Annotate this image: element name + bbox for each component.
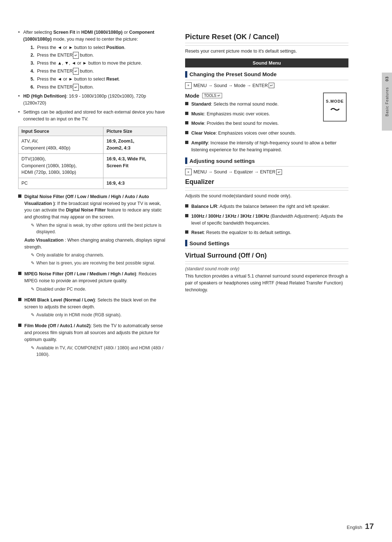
square-bullet-icon (185, 141, 188, 144)
note-weak-signal: ✎ When the signal is weak, try other opt… (31, 222, 167, 235)
changing-preset-section: Changing the Preset Sound Mode ≡ MENU → … (185, 71, 348, 89)
changing-preset-title: Changing the Preset Sound Mode (189, 71, 277, 77)
square-bullet-icon (185, 131, 188, 134)
smode-box: S.MODE 〜 (323, 93, 347, 122)
steps-list: 1. Press the ◄ or ► button to select Pos… (30, 44, 167, 91)
page-footer: English 17 (347, 522, 374, 531)
note-pencil-icon: ✎ (31, 222, 34, 229)
adjusting-sound-title: Adjusting sound settings (189, 158, 255, 164)
step-3: 3. Press the ▲, ▼, ◄ or ► button to move… (30, 60, 167, 67)
blue-bar-icon-3 (185, 240, 187, 246)
page-number: 17 (365, 522, 374, 531)
mode-clearvoice: Clear Voice: Emphasizes voices over othe… (185, 130, 348, 137)
virtual-surround-sub: (standard sound mode only) (185, 266, 348, 271)
menu-path-mode: ≡ MENU → Sound → Mode → ENTER↵ (185, 82, 348, 89)
film-mode-item: Film Mode (Off / Auto1 / Auto2): Sets th… (18, 323, 167, 359)
cell-43: 16:9, 4:3 (103, 178, 167, 189)
english-label: English (347, 525, 362, 530)
virtual-surround-title: Virtual Surround (Off / On) (185, 252, 348, 262)
smode-label: S.MODE (326, 99, 344, 103)
note-pencil-icon-2: ✎ (31, 252, 34, 258)
step-4: 4. Press the ENTER↵ button. (30, 68, 167, 75)
eq-bandwidth: 100Hz / 300Hz / 1KHz / 3KHz / 10KHz (Ban… (185, 213, 348, 227)
mode-section: Mode TOOLS ↵ Standard: Selects the norma… (185, 93, 348, 127)
col-picture-size: Picture Size (103, 127, 167, 136)
note-hdmi-only: ✎ Available only in HDMI mode (RGB signa… (31, 312, 167, 318)
virtual-surround-section: Virtual Surround (Off / On) (standard so… (185, 252, 348, 293)
square-bullet-icon (18, 194, 21, 198)
square-bullet-icon (18, 324, 21, 327)
bullet-settings: Settings can be adjusted and stored for … (18, 109, 167, 123)
blue-bar-icon (185, 71, 187, 78)
note-analog-only: ✎ Only available for analog channels. (31, 252, 167, 258)
equalizer-title: Equalizer (185, 178, 348, 188)
menu-path-equalizer: ≡ MENU → Sound → Equalizer → ENTER↵ (185, 169, 348, 175)
step-2: 2. Press the ENTER↵ button. (30, 52, 167, 59)
smode-wave-icon: 〜 (330, 105, 340, 115)
square-bullet-icon (185, 112, 188, 115)
tools-badge: TOOLS ↵ (202, 93, 222, 98)
bullet-screen-fit: After selecting Screen Fit in HDMI (1080… (18, 29, 167, 91)
mode-standard: Standard: Selects the normal sound mode. (185, 101, 319, 108)
left-intro-list: After selecting Screen Fit in HDMI (1080… (18, 29, 167, 122)
square-bullet-icon (185, 230, 188, 234)
note-pencil-icon-4: ✎ (31, 286, 34, 292)
picture-reset-title: Picture Reset (OK / Cancel) (185, 33, 348, 43)
virtual-surround-desc: This function provides a virtual 5.1 cha… (185, 273, 348, 293)
table-row: PC 16:9, 4:3 (19, 178, 167, 189)
sound-settings-section: Sound Settings (185, 240, 348, 249)
step-1: 1. Press the ◄ or ► button to select Pos… (30, 44, 167, 51)
picture-reset-section: Picture Reset (OK / Cancel) Resets your … (185, 33, 348, 55)
note-pencil-icon-3: ✎ (31, 260, 34, 266)
side-tab-label: Basic Features (385, 87, 389, 116)
eq-reset: Reset: Resets the equalizer to its defau… (185, 229, 348, 236)
note-green-bar: ✎ When bar is green, you are receiving t… (31, 260, 167, 266)
equalizer-desc: Adjusts the sound mode(standard sound mo… (185, 193, 348, 200)
sound-menu-header: Sound Menu (185, 58, 348, 67)
square-bullet-icon (185, 204, 188, 208)
note-pencil-icon-5: ✎ (31, 312, 34, 318)
table-row: ATV, AV,Component (480i, 480p) 16:9, Zoo… (19, 136, 167, 154)
mode-title: Mode (185, 93, 199, 99)
cell-dtv: DTV(1080i),Component (1080i, 1080p),HDMI… (19, 153, 103, 178)
square-bullet-icon (185, 102, 188, 105)
note-film-available: ✎ Available in TV, AV, COMPONENT (480i /… (31, 345, 167, 358)
side-tab: 03 Basic Features (382, 73, 392, 131)
mode-amplify: Amplify: Increase the intensity of high-… (185, 140, 348, 153)
step-5: 5. Press the ◄ or ► button to select Res… (30, 76, 167, 83)
cell-atv: ATV, AV,Component (480i, 480p) (19, 136, 103, 154)
adjusting-sound-section: Adjusting sound settings ≡ MENU → Sound … (185, 157, 348, 175)
square-bullet-icon (18, 272, 21, 275)
square-bullet-icon (185, 121, 188, 124)
bullet-hd: HD (High Definition): 16:9 - 1080i/1080p… (18, 93, 167, 107)
col-input-source: Input Source (19, 127, 103, 136)
digital-noise-item: Digital Noise Filter (Off / Low / Medium… (18, 193, 167, 268)
hdmi-black-item: HDMI Black Level (Normal / Low): Selects… (18, 297, 167, 320)
step-6: 6. Press the ENTER↵ button. (30, 84, 167, 91)
picture-reset-desc: Resets your current picture mode to it's… (185, 48, 348, 55)
mode-movie: Movie: Provides the best sound for movie… (185, 120, 319, 127)
table-row: DTV(1080i),Component (1080i, 1080p),HDMI… (19, 153, 167, 178)
menu-icon: ≡ (185, 82, 192, 89)
side-tab-number: 03 (385, 76, 389, 81)
note-pencil-icon-6: ✎ (31, 345, 34, 351)
mode-music: Music: Emphasizes music over voices. (185, 111, 319, 118)
cell-zoom: 16:9, Zoom1,Zoom2, 4:3 (103, 136, 167, 154)
mpeg-noise-item: MPEG Noise Filter (Off / Low / Medium / … (18, 271, 167, 294)
picture-size-table: Input Source Picture Size ATV, AV,Compon… (18, 127, 167, 189)
blue-bar-icon-2 (185, 157, 187, 164)
sound-settings-title: Sound Settings (189, 240, 229, 246)
eq-balance: Balance L/R: Adjusts the balance between… (185, 203, 348, 210)
cell-widefit: 16:9, 4:3, Wide Fit,Screen Fit (103, 153, 167, 178)
cell-pc: PC (19, 178, 103, 189)
note-pc-mode: ✎ Disabled under PC mode. (31, 286, 167, 292)
square-bullet-icon (18, 298, 21, 301)
equalizer-section: Equalizer Adjusts the sound mode(standar… (185, 178, 348, 236)
menu-icon-2: ≡ (185, 169, 192, 175)
square-bullet-icon (185, 214, 188, 217)
